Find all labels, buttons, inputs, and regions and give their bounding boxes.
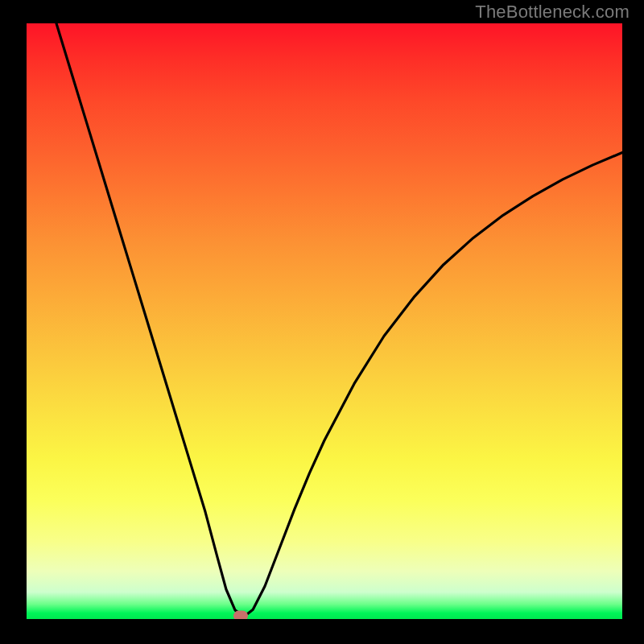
watermark-text: TheBottleneck.com	[475, 2, 630, 23]
bottleneck-curve	[56, 23, 622, 617]
plot-area	[27, 23, 622, 619]
curve-svg	[27, 23, 622, 619]
optimum-marker	[233, 610, 248, 619]
